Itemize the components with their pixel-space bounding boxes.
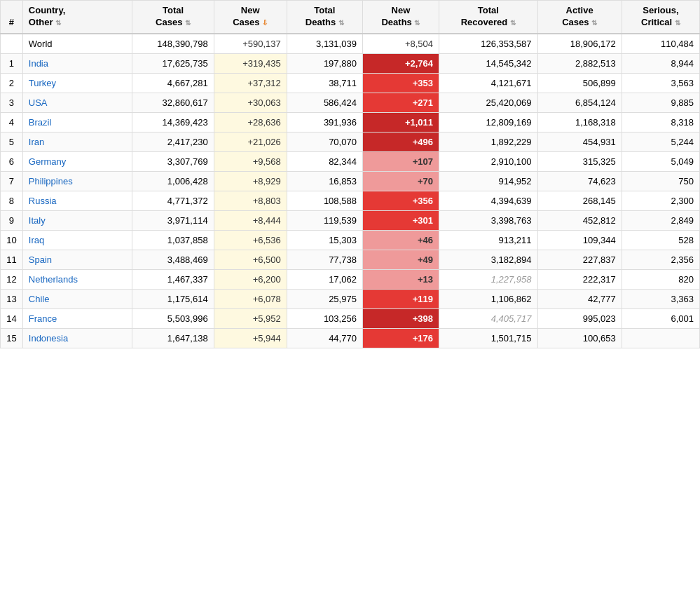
col-total-deaths[interactable]: TotalDeaths ⇅ [287, 1, 362, 34]
row-serious: 2,300 [622, 191, 699, 210]
row-new-cases: +8,929 [214, 171, 287, 191]
country-link[interactable]: Spain [29, 254, 52, 265]
row-total-recovered: 3,398,763 [439, 210, 537, 230]
row-total-deaths: 77,738 [287, 250, 362, 269]
col-new-deaths[interactable]: NewDeaths ⇅ [362, 1, 439, 34]
col-total-recovered[interactable]: TotalRecovered ⇅ [439, 1, 537, 34]
row-new-cases: +6,078 [214, 289, 287, 308]
row-serious: 5,244 [622, 132, 699, 151]
world-total-cases: 148,390,798 [132, 34, 214, 54]
row-total-cases: 1,175,614 [132, 289, 214, 308]
table-row: 14 France 5,503,996 +5,952 103,256 +398 … [1, 308, 700, 328]
table-row: 9 Italy 3,971,114 +8,444 119,539 +301 3,… [1, 210, 700, 230]
country-link[interactable]: Germany [29, 156, 66, 167]
row-total-cases: 2,417,230 [132, 132, 214, 151]
row-total-cases: 1,467,337 [132, 269, 214, 289]
row-country: USA [22, 93, 132, 112]
row-new-deaths: +271 [362, 93, 439, 112]
row-total-deaths: 108,588 [287, 191, 362, 210]
row-total-deaths: 70,070 [287, 132, 362, 151]
row-rank: 14 [1, 308, 23, 328]
row-rank: 9 [1, 210, 23, 230]
country-link[interactable]: Chile [29, 294, 50, 304]
row-serious: 6,001 [622, 308, 699, 328]
row-total-deaths: 82,344 [287, 151, 362, 171]
row-country: Italy [22, 210, 132, 230]
row-country: Philippines [22, 171, 132, 191]
col-active-cases[interactable]: ActiveCases ⇅ [537, 1, 622, 34]
row-rank: 5 [1, 132, 23, 151]
row-new-deaths: +46 [362, 230, 439, 250]
row-total-cases: 14,369,423 [132, 112, 214, 132]
row-rank: 1 [1, 53, 23, 73]
row-new-cases: +6,200 [214, 269, 287, 289]
row-new-deaths: +49 [362, 250, 439, 269]
row-new-cases: +9,568 [214, 151, 287, 171]
row-new-cases: +28,636 [214, 112, 287, 132]
row-serious: 5,049 [622, 151, 699, 171]
row-active-cases: 268,145 [537, 191, 622, 210]
row-country: Turkey [22, 73, 132, 93]
row-total-recovered: 4,394,639 [439, 191, 537, 210]
row-total-cases: 17,625,735 [132, 53, 214, 73]
col-rank[interactable]: # [1, 1, 23, 34]
world-total-deaths: 3,131,039 [287, 34, 362, 54]
table-row: 7 Philippines 1,006,428 +8,929 16,853 +7… [1, 171, 700, 191]
row-new-cases: +5,944 [214, 328, 287, 348]
country-link[interactable]: Indonesia [29, 333, 68, 344]
table-row: 3 USA 32,860,617 +30,063 586,424 +271 25… [1, 93, 700, 112]
row-rank: 7 [1, 171, 23, 191]
row-new-deaths: +301 [362, 210, 439, 230]
row-new-deaths: +1,011 [362, 112, 439, 132]
row-total-recovered: 25,420,069 [439, 93, 537, 112]
country-link[interactable]: Iraq [29, 235, 44, 245]
row-total-cases: 3,971,114 [132, 210, 214, 230]
row-active-cases: 1,168,318 [537, 112, 622, 132]
country-link[interactable]: Turkey [29, 78, 56, 88]
row-total-recovered: 1,106,862 [439, 289, 537, 308]
row-serious: 8,318 [622, 112, 699, 132]
row-new-deaths: +2,764 [362, 53, 439, 73]
row-new-cases: +8,444 [214, 210, 287, 230]
country-link[interactable]: France [29, 313, 57, 324]
row-new-cases: +21,026 [214, 132, 287, 151]
country-link[interactable]: Philippines [29, 176, 73, 186]
row-rank: 15 [1, 328, 23, 348]
row-active-cases: 100,653 [537, 328, 622, 348]
row-country: India [22, 53, 132, 73]
country-link[interactable]: Brazil [29, 117, 52, 128]
row-rank: 13 [1, 289, 23, 308]
row-serious: 3,563 [622, 73, 699, 93]
col-total-cases[interactable]: TotalCases ⇅ [132, 1, 214, 34]
row-rank: 6 [1, 151, 23, 171]
country-link[interactable]: USA [29, 97, 48, 108]
row-country: Russia [22, 191, 132, 210]
country-link[interactable]: Iran [29, 137, 44, 147]
row-new-cases: +5,952 [214, 308, 287, 328]
row-total-deaths: 197,880 [287, 53, 362, 73]
row-rank: 2 [1, 73, 23, 93]
row-new-deaths: +70 [362, 171, 439, 191]
table-row: 4 Brazil 14,369,423 +28,636 391,936 +1,0… [1, 112, 700, 132]
row-total-deaths: 391,936 [287, 112, 362, 132]
row-new-deaths: +398 [362, 308, 439, 328]
country-link[interactable]: India [29, 58, 48, 69]
row-active-cases: 222,317 [537, 269, 622, 289]
table-row: 15 Indonesia 1,647,138 +5,944 44,770 +17… [1, 328, 700, 348]
row-active-cases: 74,623 [537, 171, 622, 191]
col-country[interactable]: Country,Other ⇅ [22, 1, 132, 34]
row-total-deaths: 119,539 [287, 210, 362, 230]
row-serious: 9,885 [622, 93, 699, 112]
table-row: 11 Spain 3,488,469 +6,500 77,738 +49 3,1… [1, 250, 700, 269]
row-total-deaths: 103,256 [287, 308, 362, 328]
country-link[interactable]: Italy [29, 215, 46, 226]
country-link[interactable]: Netherlands [29, 274, 78, 285]
col-serious[interactable]: Serious,Critical ⇅ [622, 1, 699, 34]
country-link[interactable]: Russia [29, 196, 57, 206]
row-country: France [22, 308, 132, 328]
row-total-cases: 4,771,372 [132, 191, 214, 210]
row-total-cases: 5,503,996 [132, 308, 214, 328]
col-new-cases[interactable]: NewCases ⇩ [214, 1, 287, 34]
row-new-deaths: +13 [362, 269, 439, 289]
row-total-recovered: 12,809,169 [439, 112, 537, 132]
